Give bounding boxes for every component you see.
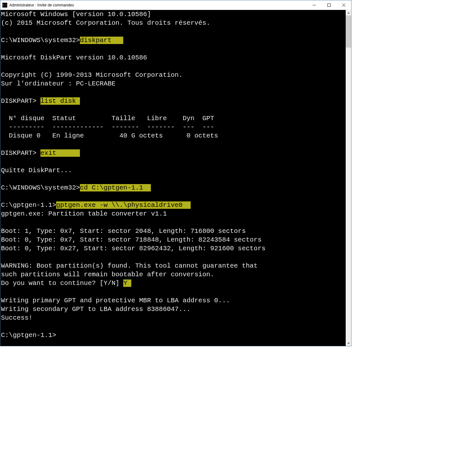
terminal-line (1, 45, 346, 53)
terminal-line: C:\WINDOWS\system32>diskpart (1, 36, 346, 45)
terminal-line: C:\gptgen-1.1> (1, 331, 346, 340)
minimize-button[interactable] (307, 0, 322, 10)
terminal-line (1, 322, 346, 331)
terminal-line: Boot: 0, Type: 0x27, Start: sector 82962… (1, 244, 346, 253)
terminal-text: C:\gptgen-1.1> (1, 332, 56, 339)
terminal-line: Do you want to continue? [Y/N] Y (1, 279, 346, 288)
cmd-icon: C:\ (2, 3, 7, 8)
terminal-text: C:\WINDOWS\system32> (1, 184, 80, 191)
highlighted-command: exit (40, 149, 80, 157)
terminal-text: N° disque Statut Taille Libre Dyn GPT (1, 115, 214, 122)
terminal-output[interactable]: Microsoft Windows [version 10.0.10586](c… (0, 10, 346, 346)
terminal-line (1, 27, 346, 36)
terminal-line: Boot: 0, Type: 0x7, Start: sector 718848… (1, 235, 346, 244)
chevron-down-icon (347, 343, 350, 344)
command-prompt-window: C:\ Administrateur : Invite de commandes… (0, 0, 351, 346)
vertical-scrollbar[interactable] (346, 10, 351, 346)
scroll-down-button[interactable] (346, 341, 351, 346)
terminal-line: gptgen.exe: Partition table converter v1… (1, 209, 346, 218)
terminal-line: DISKPART> list disk (1, 97, 346, 105)
terminal-text: Boot: 0, Type: 0x7, Start: sector 718848… (1, 236, 262, 243)
terminal-text: Disque 0 En ligne 40 G octets 0 octets (1, 132, 218, 139)
scroll-up-button[interactable] (346, 10, 351, 15)
terminal-line (1, 157, 346, 166)
terminal-line: Writing primary GPT and protective MBR t… (1, 296, 346, 305)
terminal-line: Boot: 1, Type: 0x7, Start: sector 2048, … (1, 227, 346, 235)
window-title: Administrateur : Invite de commandes (9, 3, 307, 7)
maximize-button[interactable] (322, 0, 336, 10)
terminal-text: DISKPART> (1, 97, 40, 105)
terminal-text: WARNING: Boot partition(s) found. This t… (1, 262, 258, 270)
maximize-icon (327, 4, 331, 7)
highlighted-command: gptgen.exe -w \\.\physicaldrive0 (56, 201, 190, 209)
terminal-line: Writing secondary GPT to LBA address 838… (1, 305, 346, 314)
terminal-text: gptgen.exe: Partition table converter v1… (1, 210, 167, 217)
terminal-line: WARNING: Boot partition(s) found. This t… (1, 261, 346, 270)
terminal-line: --------- ------------- ------- ------- … (1, 123, 346, 131)
terminal-line: C:\gptgen-1.1>gptgen.exe -w \\.\physical… (1, 201, 346, 209)
terminal-text: Quitte DiskPart... (1, 167, 72, 174)
terminal-line: Success! (1, 314, 346, 322)
terminal-text: Microsoft DiskPart version 10.0.10586 (1, 54, 147, 61)
highlighted-command: Y (123, 279, 131, 287)
terminal-line (1, 192, 346, 201)
highlighted-command: diskpart (80, 37, 123, 44)
terminal-text: Success! (1, 314, 32, 322)
highlighted-command: list disk (40, 97, 80, 105)
titlebar[interactable]: C:\ Administrateur : Invite de commandes (0, 0, 351, 10)
terminal-text: such partitions will remain bootable aft… (1, 271, 214, 278)
terminal-line: Quitte DiskPart... (1, 166, 346, 175)
terminal-text: --------- ------------- ------- ------- … (1, 123, 214, 131)
minimize-icon (313, 4, 316, 7)
terminal-line: C:\WINDOWS\system32>cd C:\gptgen-1.1 (1, 183, 346, 192)
terminal-line: N° disque Statut Taille Libre Dyn GPT (1, 114, 346, 123)
svg-rect-1 (328, 4, 331, 6)
terminal-line: DISKPART> exit (1, 149, 346, 157)
terminal-line: Copyright (C) 1999-2013 Microsoft Corpor… (1, 71, 346, 79)
terminal-text: Writing secondary GPT to LBA address 838… (1, 305, 191, 313)
terminal-text: C:\WINDOWS\system32> (1, 37, 80, 44)
terminal-text: DISKPART> (1, 149, 40, 157)
terminal-text: Sur l'ordinateur : PC-LECRABE (1, 80, 116, 87)
highlighted-command: cd C:\gptgen-1.1 (80, 184, 151, 191)
terminal-line: Microsoft Windows [version 10.0.10586] (1, 10, 346, 19)
close-button[interactable] (336, 0, 351, 10)
terminal-line (1, 175, 346, 183)
terminal-line (1, 253, 346, 261)
terminal-line (1, 218, 346, 227)
terminal-line: Disque 0 En ligne 40 G octets 0 octets (1, 131, 346, 140)
terminal-text: Do you want to continue? [Y/N] (1, 279, 123, 287)
terminal-text: Boot: 0, Type: 0x27, Start: sector 82962… (1, 245, 265, 252)
terminal-text: Writing primary GPT and protective MBR t… (1, 297, 230, 304)
terminal-line (1, 140, 346, 149)
scrollbar-thumb[interactable] (346, 15, 351, 48)
content-area: Microsoft Windows [version 10.0.10586](c… (0, 10, 351, 346)
terminal-text: Boot: 1, Type: 0x7, Start: sector 2048, … (1, 227, 246, 235)
terminal-line: Microsoft DiskPart version 10.0.10586 (1, 53, 346, 62)
terminal-line: (c) 2015 Microsoft Corporation. Tous dro… (1, 19, 346, 27)
window-controls (307, 0, 351, 10)
terminal-text: C:\gptgen-1.1> (1, 201, 56, 209)
close-icon (342, 4, 345, 7)
terminal-line: Sur l'ordinateur : PC-LECRABE (1, 79, 346, 88)
chevron-up-icon (347, 12, 350, 13)
terminal-text: Copyright (C) 1999-2013 Microsoft Corpor… (1, 71, 183, 79)
terminal-text: Microsoft Windows [version 10.0.10586] (1, 11, 151, 18)
terminal-line (1, 105, 346, 114)
terminal-line: such partitions will remain bootable aft… (1, 270, 346, 279)
terminal-text: (c) 2015 Microsoft Corporation. Tous dro… (1, 19, 210, 27)
terminal-line (1, 288, 346, 296)
terminal-line (1, 88, 346, 97)
terminal-line (1, 62, 346, 71)
